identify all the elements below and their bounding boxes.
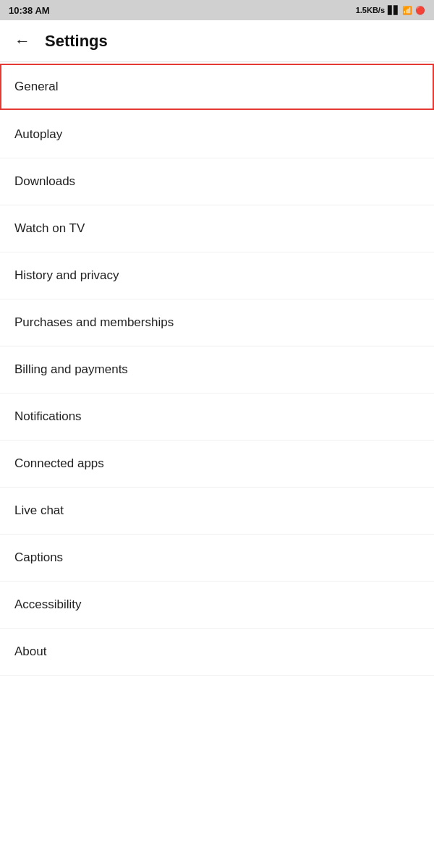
settings-item-label-about: About <box>14 644 46 659</box>
settings-item-accessibility[interactable]: Accessibility <box>0 582 434 629</box>
settings-item-label-downloads: Downloads <box>14 174 75 189</box>
settings-item-label-notifications: Notifications <box>14 409 82 424</box>
toolbar: ← Settings <box>0 20 434 62</box>
settings-item-label-accessibility: Accessibility <box>14 597 82 612</box>
page-title: Settings <box>45 32 108 51</box>
network-speed: 1.5KB/s <box>356 6 385 14</box>
settings-item-general[interactable]: General <box>0 64 434 110</box>
settings-item-label-autoplay: Autoplay <box>14 127 62 142</box>
settings-item-billing-and-payments[interactable]: Billing and payments <box>0 346 434 393</box>
settings-item-autoplay[interactable]: Autoplay <box>0 111 434 158</box>
settings-item-notifications[interactable]: Notifications <box>0 393 434 441</box>
settings-item-downloads[interactable]: Downloads <box>0 158 434 205</box>
settings-item-label-connected-apps: Connected apps <box>14 456 104 471</box>
settings-item-label-billing-and-payments: Billing and payments <box>14 362 128 377</box>
wifi-icon: 📶 <box>402 6 412 15</box>
status-bar: 10:38 AM 1.5KB/s ▋▋ 📶 🔴 <box>0 0 434 20</box>
signal-icon: ▋▋ <box>388 6 399 15</box>
settings-item-purchases-and-memberships[interactable]: Purchases and memberships <box>0 299 434 346</box>
settings-item-captions[interactable]: Captions <box>0 535 434 582</box>
settings-list: GeneralAutoplayDownloadsWatch on TVHisto… <box>0 64 434 676</box>
settings-item-label-general: General <box>14 80 58 94</box>
battery-icon: 🔴 <box>415 6 425 15</box>
settings-item-label-purchases-and-memberships: Purchases and memberships <box>14 315 174 330</box>
settings-item-history-and-privacy[interactable]: History and privacy <box>0 252 434 299</box>
settings-item-label-live-chat: Live chat <box>14 503 64 518</box>
settings-item-label-history-and-privacy: History and privacy <box>14 268 119 283</box>
settings-item-connected-apps[interactable]: Connected apps <box>0 441 434 488</box>
settings-item-watch-on-tv[interactable]: Watch on TV <box>0 205 434 252</box>
status-time: 10:38 AM <box>9 5 50 16</box>
settings-item-about[interactable]: About <box>0 629 434 676</box>
settings-item-live-chat[interactable]: Live chat <box>0 488 434 535</box>
settings-item-label-watch-on-tv: Watch on TV <box>14 221 85 236</box>
back-button[interactable]: ← <box>12 29 33 54</box>
status-icons: 1.5KB/s ▋▋ 📶 🔴 <box>356 6 425 15</box>
settings-item-label-captions: Captions <box>14 550 63 565</box>
